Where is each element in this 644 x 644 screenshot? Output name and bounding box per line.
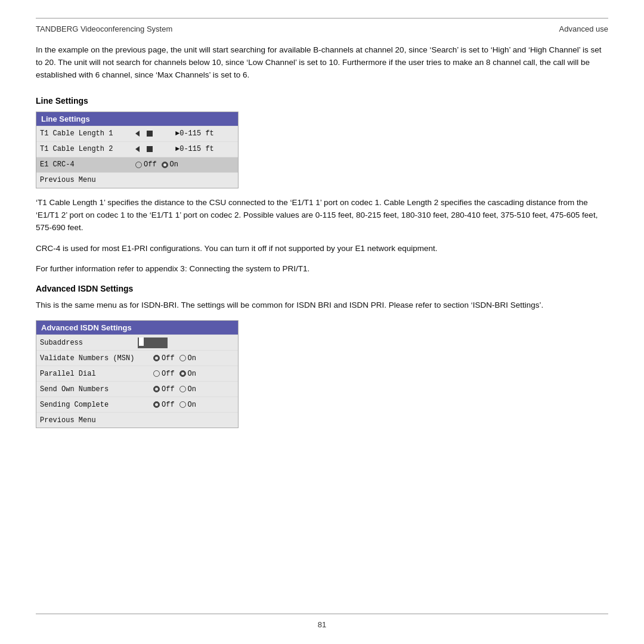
row-label: T1 Cable Length 2: [40, 145, 135, 153]
sending-complete-label: Sending Complete: [40, 401, 153, 409]
header-section: Advanced use: [559, 24, 608, 33]
radio-on-label: On: [188, 354, 196, 363]
range-display: ►0-115 ft: [175, 129, 214, 138]
radio-off-label: Off: [162, 385, 175, 394]
advanced-isdn-menu-header: Advanced ISDN Settings: [36, 321, 238, 335]
radio-circle-off: [135, 162, 142, 168]
row-value: ►0-115 ft: [135, 145, 214, 153]
radio-dot: [163, 163, 166, 166]
line-settings-title: Line Settings: [36, 96, 608, 106]
radio-on[interactable]: On: [179, 354, 196, 363]
radio-on[interactable]: On: [179, 401, 196, 409]
table-row[interactable]: Send Own Numbers Off On: [36, 381, 238, 397]
radio-dot: [155, 403, 158, 406]
radio-off[interactable]: Off: [153, 354, 175, 363]
radio-on[interactable]: On: [179, 385, 196, 394]
radio-circle-on: [179, 355, 186, 361]
subaddress-value: [135, 338, 168, 348]
sending-complete-value: Off On: [153, 401, 196, 409]
radio-circle-on: [179, 386, 186, 392]
radio-off[interactable]: Off: [153, 401, 175, 409]
intro-paragraph: In the example on the previous page, the…: [36, 44, 608, 82]
radio-off-label: Off: [144, 160, 157, 169]
advanced-isdn-title: Advanced ISDN Settings: [36, 284, 608, 293]
line-settings-body2: CRC-4 is used for most E1-PRI configurat…: [36, 243, 608, 255]
radio-off-label: Off: [162, 354, 175, 363]
radio-on[interactable]: On: [162, 160, 178, 169]
table-row[interactable]: T1 Cable Length 1 ►0-115 ft: [36, 126, 238, 141]
radio-on[interactable]: On: [179, 370, 196, 378]
radio-circle-off: [153, 370, 160, 377]
parallel-dial-label: Parallel Dial: [40, 370, 153, 378]
value-indicator: [147, 146, 153, 152]
radio-circle-off: [153, 401, 160, 408]
table-row[interactable]: E1 CRC-4 Off On: [36, 157, 238, 172]
arrow-left-icon: [135, 146, 140, 152]
validate-numbers-label: Validate Numbers (MSN): [40, 354, 153, 363]
page-number: 81: [318, 620, 326, 629]
radio-off-label: Off: [162, 370, 175, 378]
arrow-left-icon: [135, 131, 140, 137]
radio-on-label: On: [188, 385, 196, 394]
table-row[interactable]: Validate Numbers (MSN) Off On: [36, 350, 238, 366]
bottom-border: [36, 614, 608, 614]
radio-circle-on: [179, 401, 186, 408]
table-row[interactable]: Subaddress: [36, 335, 238, 350]
radio-on-label: On: [188, 401, 196, 409]
value-indicator: [147, 131, 153, 137]
previous-menu-label: Previous Menu: [40, 176, 135, 184]
radio-circle-off: [153, 386, 160, 392]
line-settings-body1: ‘T1 Cable Length 1’ specifies the distan…: [36, 197, 608, 234]
radio-circle-on: [162, 162, 168, 168]
advanced-isdn-intro: This is the same menu as for ISDN-BRI. T…: [36, 299, 608, 312]
radio-off[interactable]: Off: [153, 370, 175, 378]
page: TANDBERG Videoconferencing System Advanc…: [0, 0, 644, 644]
cursor-icon: [139, 338, 144, 346]
row-value: ►0-115 ft: [135, 129, 214, 138]
table-row[interactable]: Sending Complete Off On: [36, 397, 238, 412]
radio-off[interactable]: Off: [153, 385, 175, 394]
radio-dot: [155, 357, 158, 360]
validate-numbers-value: Off On: [153, 354, 196, 363]
row-label: T1 Cable Length 1: [40, 129, 135, 138]
send-own-numbers-value: Off On: [153, 385, 196, 394]
table-row[interactable]: T1 Cable Length 2 ►0-115 ft: [36, 141, 238, 157]
parallel-dial-value: Off On: [153, 370, 196, 378]
row-value: Off On: [135, 160, 178, 169]
previous-menu-row[interactable]: Previous Menu: [36, 172, 238, 188]
page-header: TANDBERG Videoconferencing System Advanc…: [36, 18, 608, 33]
range-display: ►0-115 ft: [175, 145, 214, 153]
line-settings-menu: Line Settings T1 Cable Length 1 ►0-115 f…: [36, 112, 239, 188]
header-title: TANDBERG Videoconferencing System: [36, 24, 172, 33]
radio-dot: [181, 372, 184, 375]
send-own-numbers-label: Send Own Numbers: [40, 385, 153, 394]
line-settings-body3: For further information refer to appendi…: [36, 263, 608, 275]
radio-circle-off: [153, 355, 160, 361]
radio-dot: [155, 388, 158, 391]
advanced-isdn-previous-menu[interactable]: Previous Menu: [36, 412, 238, 428]
radio-on-label: On: [170, 160, 178, 169]
row-label: E1 CRC-4: [40, 160, 135, 169]
radio-on-label: On: [188, 370, 196, 378]
subaddress-input[interactable]: [138, 338, 168, 348]
radio-off[interactable]: Off: [135, 160, 157, 169]
previous-menu-label: Previous Menu: [40, 416, 135, 425]
subaddress-label: Subaddress: [40, 339, 135, 347]
advanced-isdn-menu: Advanced ISDN Settings Subaddress Valida…: [36, 320, 239, 428]
radio-off-label: Off: [162, 401, 175, 409]
line-settings-menu-header: Line Settings: [36, 112, 238, 126]
radio-circle-on: [179, 370, 186, 377]
table-row[interactable]: Parallel Dial Off On: [36, 366, 238, 381]
